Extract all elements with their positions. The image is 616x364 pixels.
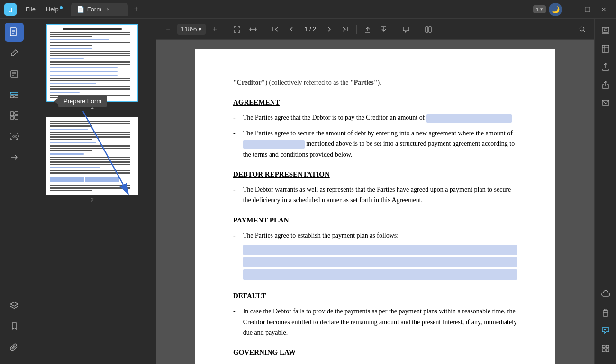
default-heading: DEFAULT: [233, 290, 517, 302]
nav-last-button[interactable]: [338, 22, 353, 36]
amount-field-1[interactable]: [426, 114, 512, 123]
top-menu: File Help: [21, 4, 67, 15]
right-share-icon[interactable]: [598, 77, 614, 93]
page-indicator: 1 / 2: [300, 26, 320, 33]
svg-rect-23: [429, 27, 431, 32]
close-button[interactable]: ✕: [597, 3, 610, 16]
payment-field-3[interactable]: [243, 269, 517, 280]
content-area: − 118% ▾ +: [156, 19, 594, 364]
svg-rect-10: [10, 92, 18, 94]
top-bar: U File Help 📄 Form × + 1 ▾ 🌙 — ❐ ✕: [0, 0, 616, 19]
profile-icon[interactable]: 🌙: [549, 3, 562, 16]
svg-rect-13: [10, 112, 14, 116]
svg-rect-33: [603, 313, 608, 316]
agreement-item-1: - The Parties agree that the Debtor is t…: [233, 113, 517, 123]
right-mail-icon[interactable]: [598, 95, 614, 111]
search-button[interactable]: [575, 22, 589, 36]
main-area: OCR: [0, 19, 616, 364]
svg-rect-16: [10, 117, 14, 119]
comment-button[interactable]: [399, 22, 413, 36]
toolbar-divider-4: [395, 25, 395, 34]
thumbnail-page-2[interactable]: 2: [33, 117, 151, 204]
sidebar-attachment-icon[interactable]: [5, 337, 24, 356]
svg-rect-40: [602, 349, 605, 352]
payment-item: - The Parties agree to establish the pay…: [233, 231, 517, 282]
nav-prev-button[interactable]: [284, 22, 299, 36]
doc-toolbar: − 118% ▾ +: [156, 19, 594, 40]
svg-rect-15: [15, 115, 18, 119]
sidebar-layers-icon[interactable]: [5, 296, 24, 315]
svg-point-35: [604, 329, 605, 330]
svg-point-36: [605, 329, 606, 330]
zoom-out-button[interactable]: −: [161, 22, 175, 36]
pdf-viewport[interactable]: "Creditor") (collectively referred to as…: [156, 40, 594, 364]
tab-label: Form: [87, 6, 101, 13]
tab-add-button[interactable]: +: [130, 3, 143, 16]
help-dot: [60, 6, 63, 9]
svg-rect-14: [15, 112, 18, 114]
sidebar-reader-icon[interactable]: [5, 23, 24, 42]
svg-rect-26: [602, 27, 609, 32]
tab-form[interactable]: 📄 Form ×: [71, 3, 128, 16]
maximize-button[interactable]: ❐: [581, 3, 594, 16]
updf-logo[interactable]: U: [4, 3, 17, 16]
thumbnail-label-2: 2: [91, 197, 94, 204]
tab-close-button[interactable]: ×: [104, 6, 112, 13]
right-chat-icon[interactable]: [598, 322, 614, 338]
menu-help[interactable]: Help: [41, 4, 67, 15]
right-bottom-icons: [598, 286, 614, 360]
svg-rect-28: [604, 29, 607, 31]
svg-text:OCR: OCR: [12, 135, 19, 138]
svg-line-25: [584, 30, 586, 32]
payment-heading: PAYMENT PLAN: [233, 214, 517, 226]
sidebar-bottom-icons: [5, 296, 24, 360]
zoom-display[interactable]: 118% ▾: [177, 24, 206, 35]
sidebar-bookmark-icon[interactable]: [5, 317, 24, 336]
agreement-heading: AGREEMENT: [233, 97, 517, 108]
nav-first-button[interactable]: [268, 22, 282, 36]
menu-file[interactable]: File: [21, 4, 40, 15]
tab-area: 📄 Form × +: [71, 3, 527, 16]
nav-scroll-up-button[interactable]: [361, 22, 375, 36]
payment-field-2[interactable]: [243, 257, 517, 267]
sidebar-form-icon[interactable]: [5, 85, 24, 104]
svg-point-24: [580, 27, 584, 31]
svg-rect-41: [606, 349, 609, 352]
version-badge[interactable]: 1 ▾: [533, 5, 546, 13]
sidebar-edit-icon[interactable]: [5, 64, 24, 83]
nav-scroll-down-button[interactable]: [377, 22, 391, 36]
left-icon-sidebar: OCR: [0, 19, 28, 364]
columns-button[interactable]: [421, 22, 435, 36]
thumbnail-img-2[interactable]: [46, 117, 138, 195]
nav-next-button[interactable]: [322, 22, 336, 36]
fit-page-button[interactable]: [230, 22, 244, 36]
sidebar-ocr-icon[interactable]: OCR: [5, 127, 24, 146]
thumbnail-img-1[interactable]: [46, 24, 138, 102]
right-export-icon[interactable]: [598, 59, 614, 75]
right-ocr-icon[interactable]: [598, 41, 614, 57]
toolbar-divider-2: [264, 25, 264, 34]
sidebar-convert-icon[interactable]: [5, 148, 24, 167]
minimize-button[interactable]: —: [565, 3, 578, 16]
svg-rect-34: [604, 309, 607, 311]
amount-field-2[interactable]: [243, 140, 305, 149]
payment-field-1[interactable]: [243, 245, 517, 255]
fit-width-button[interactable]: [246, 22, 260, 36]
top-bar-right: 1 ▾ 🌙 — ❐ ✕: [527, 3, 616, 16]
svg-rect-11: [10, 96, 14, 98]
debtor-heading: DEBTOR REPRESENTATION: [233, 169, 517, 180]
agreement-item-2: - The Parties agree to secure the amount…: [233, 128, 517, 160]
right-extra-icon[interactable]: [598, 340, 614, 356]
zoom-in-button[interactable]: +: [208, 22, 222, 36]
sidebar-organize-icon[interactable]: [5, 106, 24, 125]
tooltip-prepare-form: Prepare Form: [58, 95, 107, 107]
right-print-icon[interactable]: [598, 304, 614, 320]
tab-icon: 📄: [77, 6, 84, 13]
toolbar-divider-1: [226, 25, 226, 34]
sidebar-annotate-icon[interactable]: [5, 44, 24, 62]
default-item: - In case the Debtor fails to provide th…: [233, 306, 517, 338]
right-cloud-icon[interactable]: [598, 286, 614, 302]
svg-rect-12: [15, 96, 18, 98]
right-scan-icon[interactable]: [598, 23, 614, 39]
right-sidebar: [594, 19, 616, 364]
